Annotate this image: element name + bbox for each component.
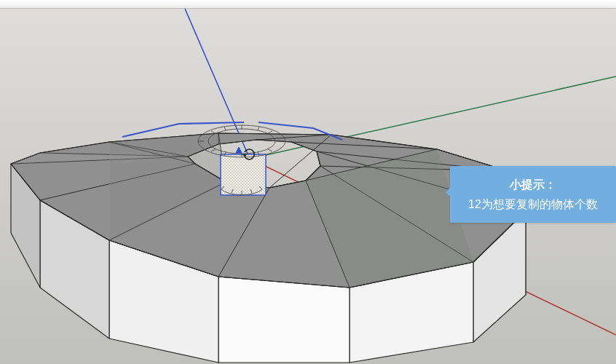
viewport-3d[interactable]: 小提示： 12为想要复制的物体个数 <box>0 0 616 364</box>
svg-marker-17 <box>221 154 266 195</box>
hint-tooltip: 小提示： 12为想要复制的物体个数 <box>450 166 616 223</box>
svg-marker-7 <box>218 277 350 363</box>
hint-title: 小提示： <box>460 175 606 194</box>
selected-face[interactable] <box>221 154 266 195</box>
hint-body: 12为想要复制的物体个数 <box>460 194 606 214</box>
